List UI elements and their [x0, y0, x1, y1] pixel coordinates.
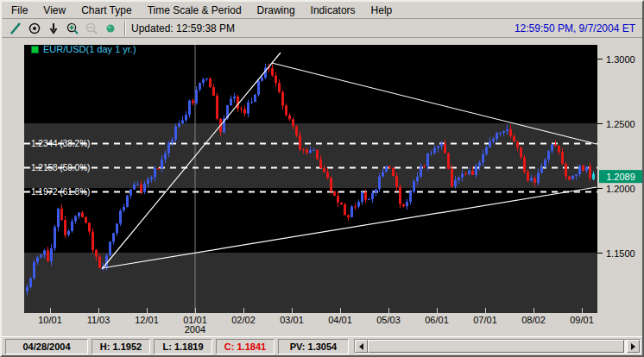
fib-label: 1.2158 (50.0%) — [31, 163, 90, 172]
menu-time-scale-period[interactable]: Time Scale & Period — [140, 3, 249, 18]
status-close: C: 1.1841 — [216, 339, 275, 354]
last-price-label: 1.2089 — [606, 172, 635, 182]
y-axis-label: 1.1500 — [606, 248, 635, 259]
x-axis-label: 08/02 — [521, 315, 546, 325]
fib-label: 1.2344 (38.2%) — [31, 139, 90, 148]
x-axis-label: 10/01 — [38, 315, 62, 325]
chart-area: 1.2344 (38.2%)1.2158 (50.0%)1.1972 (61.8… — [2, 38, 642, 336]
zoom-in-icon[interactable] — [64, 21, 81, 36]
status-low: L: 1.1819 — [154, 339, 212, 354]
y-axis-label: 1.2500 — [606, 119, 635, 129]
x-axis-label: 04/01 — [328, 315, 352, 325]
x-axis-label: 06/01 — [425, 315, 449, 325]
legend-symbol-label: EUR/USD(1 day 1 yr.) — [43, 44, 136, 54]
y-axis: 1.30001.25001.20001.15001.2089 — [597, 54, 642, 259]
status-pivot: PV: 1.3054 — [278, 339, 349, 354]
marker-tool-icon[interactable] — [102, 21, 119, 36]
status-date: 04/28/2004 — [5, 339, 88, 354]
scrollbar-thumb[interactable] — [368, 340, 624, 353]
scroll-left-button[interactable] — [355, 340, 368, 353]
crosshair-tool-icon[interactable] — [26, 21, 43, 36]
x-axis-year-label: 2004 — [185, 324, 205, 335]
horizontal-scrollbar[interactable] — [354, 339, 641, 354]
status-high: H: 1.1952 — [92, 339, 150, 354]
y-axis-label: 1.3000 — [606, 54, 635, 65]
chart-plot[interactable]: 1.2344 (38.2%)1.2158 (50.0%)1.1972 (61.8… — [2, 38, 642, 336]
legend-swatch-icon — [31, 46, 39, 53]
menu-help[interactable]: Help — [363, 3, 401, 18]
trendline-tool-icon[interactable] — [7, 21, 24, 36]
down-arrow-tool-icon[interactable] — [45, 21, 62, 36]
menu-drawing[interactable]: Drawing — [249, 3, 303, 18]
updated-timestamp: Updated: 12:59:38 PM — [131, 22, 235, 34]
toolbar-separator — [124, 22, 126, 35]
x-axis-label: 12/01 — [135, 315, 159, 325]
price-bands — [24, 45, 597, 313]
chart-application-window: File View Chart Type Time Scale & Period… — [0, 0, 644, 357]
x-axis-label: 11/03 — [87, 315, 110, 325]
menu-chart-type[interactable]: Chart Type — [73, 3, 139, 18]
scroll-right-button[interactable] — [627, 340, 640, 353]
x-axis-label: 03/01 — [280, 315, 304, 325]
y-axis-label: 1.2000 — [606, 184, 635, 194]
x-axis-label: 09/01 — [570, 315, 594, 325]
menu-view[interactable]: View — [35, 3, 73, 18]
right-triangle-icon — [631, 343, 639, 350]
menu-indicators[interactable]: Indicators — [303, 3, 363, 18]
x-axis-label: 07/01 — [473, 315, 497, 325]
x-axis-label: 02/02 — [231, 315, 256, 325]
chart-legend: EUR/USD(1 day 1 yr.) — [31, 44, 136, 54]
x-axis-label: 05/03 — [376, 315, 401, 325]
left-triangle-icon — [356, 343, 363, 350]
fib-label: 1.1972 (61.8%) — [31, 187, 90, 197]
fibonacci-labels: 1.2344 (38.2%)1.2158 (50.0%)1.1972 (61.8… — [31, 139, 90, 197]
status-bar: 04/28/2004 H: 1.1952 L: 1.1819 C: 1.1841… — [2, 336, 642, 355]
toolbar: Updated: 12:59:38 PM 12:59:50 PM, 9/7/20… — [2, 19, 642, 38]
menu-bar: File View Chart Type Time Scale & Period… — [2, 2, 642, 19]
menu-file[interactable]: File — [3, 3, 35, 18]
server-clock: 12:59:50 PM, 9/7/2004 ET — [515, 22, 635, 34]
zoom-out-icon[interactable] — [83, 21, 100, 36]
